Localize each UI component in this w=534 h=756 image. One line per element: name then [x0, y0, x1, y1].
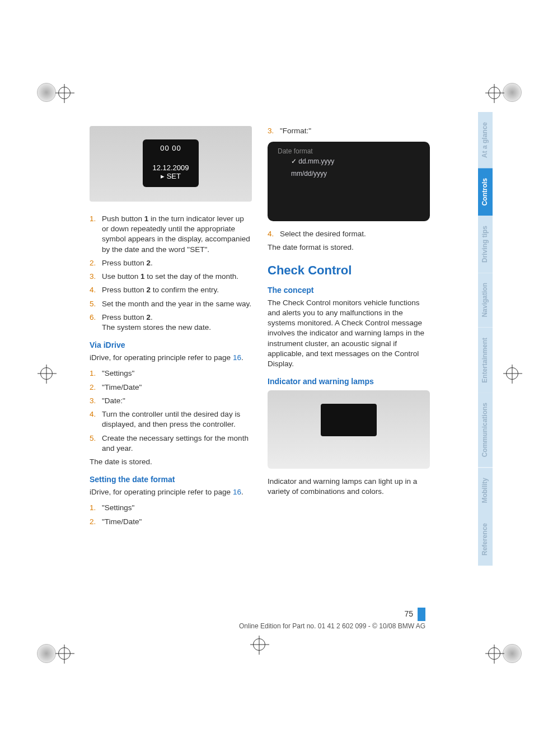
registration-mark — [253, 638, 265, 651]
crop-corner — [37, 644, 56, 663]
registration-mark — [506, 367, 518, 380]
registration-mark — [488, 647, 500, 660]
date-stored: The date is stored. — [90, 457, 252, 467]
steps-idrive-date: 1."Settings" 2."Time/Date" 3."Date:" 4.T… — [90, 368, 252, 454]
format-stored: The date format is stored. — [268, 242, 430, 253]
crop-corner — [37, 83, 56, 102]
figure-date-format-screen: Date format dd.mm.yyyy mm/dd/yyyy — [268, 142, 430, 221]
page-link[interactable]: 16 — [233, 353, 241, 362]
registration-mark — [488, 87, 500, 99]
page-number: 75 — [404, 609, 413, 618]
tab-at-a-glance[interactable]: At a glance — [478, 112, 493, 168]
lamps-body: Indicator and warning lamps can light up… — [268, 477, 430, 497]
registration-mark — [58, 647, 71, 660]
idrive-intro-2: iDrive, for operating principle refer to… — [90, 487, 252, 497]
page-number-bar-icon — [418, 608, 425, 621]
crop-corner — [503, 83, 522, 102]
heading-indicator-lamps: Indicator and warning lamps — [268, 377, 430, 386]
steps-set-date: 1.Push button 1 in the turn indicator le… — [90, 214, 252, 333]
figure-cluster-display: 00 00 12.12.2009 ▸ SET — [90, 126, 252, 202]
steps-format-cont: 3."Format:" — [268, 126, 430, 136]
steps-format-start: 1."Settings" 2."Time/Date" — [90, 503, 252, 526]
footer-line: Online Edition for Part no. 01 41 2 602 … — [90, 622, 425, 630]
tab-controls[interactable]: Controls — [478, 168, 493, 216]
registration-mark — [40, 367, 53, 380]
tab-mobility[interactable]: Mobility — [478, 468, 493, 513]
crop-corner — [503, 644, 522, 663]
figure-set: ▸ SET — [143, 172, 199, 180]
figure-instrument-cluster — [268, 390, 430, 469]
tab-entertainment[interactable]: Entertainment — [478, 328, 493, 393]
left-column: 00 00 12.12.2009 ▸ SET 1.Push button 1 i… — [90, 126, 252, 530]
tab-driving-tips[interactable]: Driving tips — [478, 216, 493, 273]
heading-concept: The concept — [268, 286, 430, 295]
tab-communications[interactable]: Communications — [478, 393, 493, 467]
figure-format-option: mm/dd/yyyy — [278, 167, 420, 180]
heading-check-control: Check Control — [268, 263, 430, 278]
heading-date-format: Setting the date format — [90, 475, 252, 484]
tab-navigation[interactable]: Navigation — [478, 273, 493, 327]
page-footer: 75 Online Edition for Part no. 01 41 2 6… — [90, 608, 425, 630]
figure-digits: 00 00 — [143, 144, 199, 152]
figure-format-title: Date format — [278, 147, 420, 155]
tab-reference[interactable]: Reference — [478, 513, 493, 566]
heading-via-idrive: Via iDrive — [90, 340, 252, 349]
steps-format-end: 4.Select the desired format. — [268, 229, 430, 239]
figure-format-option-selected: dd.mm.yyyy — [278, 155, 420, 167]
figure-date: 12.12.2009 — [143, 164, 199, 172]
right-column: 3."Format:" Date format dd.mm.yyyy mm/dd… — [268, 126, 430, 530]
idrive-intro: iDrive, for operating principle refer to… — [90, 353, 252, 363]
side-tabs: At a glance Controls Driving tips Naviga… — [478, 112, 493, 566]
registration-mark — [58, 87, 71, 99]
concept-body: The Check Control monitors vehicle funct… — [268, 298, 430, 370]
page-link[interactable]: 16 — [233, 488, 241, 496]
